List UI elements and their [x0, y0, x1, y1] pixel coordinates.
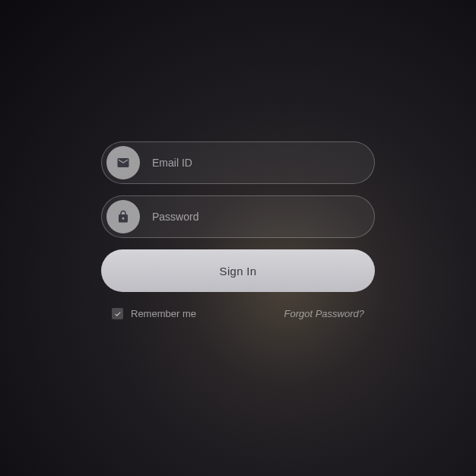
signin-button[interactable]: Sign In	[101, 249, 375, 292]
footer-row: Remember me Forgot Password?	[101, 303, 375, 319]
password-input[interactable]	[140, 211, 370, 223]
lock-icon	[106, 200, 140, 233]
forgot-password-link[interactable]: Forgot Password?	[284, 308, 365, 319]
login-form: Sign In Remember me Forgot Password?	[101, 141, 375, 319]
email-icon	[106, 146, 140, 179]
email-input[interactable]	[140, 157, 370, 169]
password-field-wrap[interactable]	[101, 195, 375, 238]
remember-me-toggle[interactable]: Remember me	[112, 308, 196, 319]
remember-label: Remember me	[131, 308, 196, 319]
checkbox-icon	[112, 308, 123, 319]
email-field-wrap[interactable]	[101, 141, 375, 184]
